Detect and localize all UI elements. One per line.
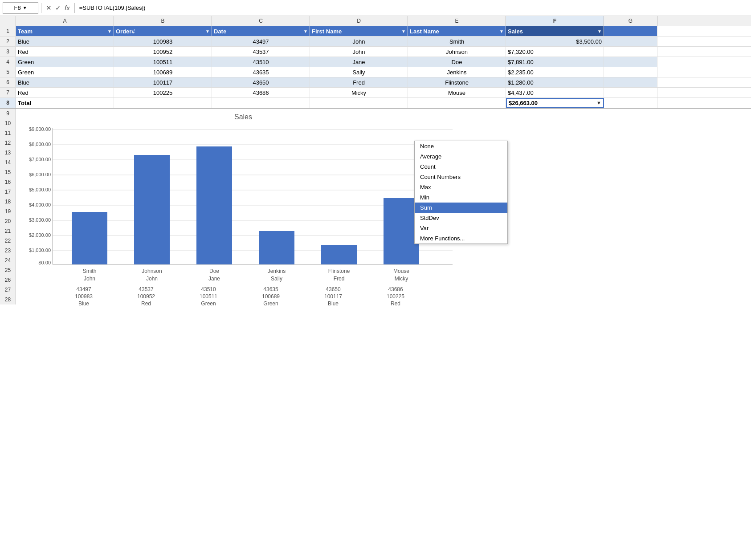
- cell-d4[interactable]: Jane: [310, 57, 408, 67]
- cell-d1[interactable]: First Name ▼: [310, 26, 408, 36]
- date-filter-icon[interactable]: ▼: [303, 29, 308, 34]
- cell-f4[interactable]: $7,891.00: [506, 57, 604, 67]
- chart-date-jenkins: 43635: [240, 286, 302, 292]
- cell-e5[interactable]: Jenkins: [408, 67, 506, 77]
- cell-e7[interactable]: Mouse: [408, 88, 506, 97]
- cell-c4[interactable]: 43510: [212, 57, 310, 67]
- row-num-1: 1: [0, 26, 16, 36]
- dropdown-item-average[interactable]: Average: [415, 151, 507, 162]
- row-num-15: 15: [0, 167, 16, 177]
- cell-e3[interactable]: Johnson: [408, 47, 506, 57]
- order-filter-icon[interactable]: ▼: [205, 29, 210, 34]
- cell-f8[interactable]: $26,663.00 ▼: [506, 98, 604, 108]
- col-header-a[interactable]: A: [16, 16, 114, 26]
- cell-a3[interactable]: Red: [16, 47, 114, 57]
- dropdown-item-sum[interactable]: Sum: [415, 203, 507, 213]
- cell-f5[interactable]: $2,235.00: [506, 67, 604, 77]
- cell-d3[interactable]: John: [310, 47, 408, 57]
- cell-e6[interactable]: Flinstone: [408, 77, 506, 87]
- cell-f3[interactable]: $7,320.00: [506, 47, 604, 57]
- total-label: Total: [18, 100, 31, 106]
- formula-bar-icons: ✕ ✓ fx: [44, 4, 72, 12]
- row-num-7: 7: [0, 88, 16, 97]
- cell-c7[interactable]: 43686: [212, 88, 310, 97]
- col-header-b[interactable]: B: [114, 16, 212, 26]
- cell-reference-box[interactable]: F8 ▼: [3, 2, 38, 14]
- bar-johnson: [134, 155, 170, 264]
- cell-b6[interactable]: 100117: [114, 77, 212, 87]
- chart-date-johnson: 43537: [115, 286, 177, 292]
- confirm-icon[interactable]: ✓: [55, 4, 61, 12]
- chart-team-mouse: Red: [364, 300, 427, 307]
- chart-order-jenkins: 100689: [240, 293, 302, 300]
- cell-e1[interactable]: Last Name ▼: [408, 26, 506, 36]
- cell-b5[interactable]: 100689: [114, 67, 212, 77]
- col-header-f[interactable]: F: [506, 16, 604, 26]
- cell-d2[interactable]: John: [310, 37, 408, 46]
- cell-f2[interactable]: $3,500.00: [506, 37, 604, 46]
- dropdown-item-min[interactable]: Min: [415, 192, 507, 203]
- svg-text:John: John: [84, 276, 95, 282]
- row-num-13: 13: [0, 148, 16, 158]
- cell-b3[interactable]: 100952: [114, 47, 212, 57]
- cell-a6[interactable]: Blue: [16, 77, 114, 87]
- cell-c3[interactable]: 43537: [212, 47, 310, 57]
- row-num-24: 24: [0, 256, 16, 265]
- svg-text:$6,000.00: $6,000.00: [29, 172, 51, 177]
- chart-title: Sales: [20, 113, 466, 121]
- cancel-icon[interactable]: ✕: [46, 4, 52, 12]
- formula-input[interactable]: [78, 2, 748, 14]
- row-num-20: 20: [0, 216, 16, 226]
- fx-icon[interactable]: fx: [65, 4, 70, 12]
- svg-text:$2,000.00: $2,000.00: [29, 232, 51, 238]
- team-filter-icon[interactable]: ▼: [107, 29, 112, 34]
- row-num-28: 28: [0, 295, 16, 304]
- cell-e2[interactable]: Smith: [408, 37, 506, 46]
- cell-a1[interactable]: Team ▼: [16, 26, 114, 36]
- dropdown-item-count-numbers[interactable]: Count Numbers: [415, 172, 507, 182]
- svg-text:Smith: Smith: [83, 268, 97, 274]
- cell-c2[interactable]: 43497: [212, 37, 310, 46]
- col-header-g[interactable]: G: [604, 16, 657, 26]
- cell-a2[interactable]: Blue: [16, 37, 114, 46]
- cell-a4[interactable]: Green: [16, 57, 114, 67]
- table-row: 6 Blue 100117 43650 Fred Flinstone $1,28…: [0, 77, 751, 88]
- dropdown-item-max[interactable]: Max: [415, 182, 507, 192]
- header-team-label: Team: [18, 28, 33, 35]
- total-row: 8 Total $26,663.00 ▼: [0, 98, 751, 109]
- cell-b7[interactable]: 100225: [114, 88, 212, 97]
- cell-e4[interactable]: Doe: [408, 57, 506, 67]
- table-row: 3 Red 100952 43537 John Johnson $7,320.0…: [0, 47, 751, 57]
- dropdown-item-stddev[interactable]: StdDev: [415, 213, 507, 223]
- chart-order-doe: 100511: [177, 293, 240, 300]
- cell-b4[interactable]: 100511: [114, 57, 212, 67]
- firstname-filter-icon[interactable]: ▼: [401, 29, 406, 34]
- cell-f6[interactable]: $1,280.00: [506, 77, 604, 87]
- cell-a8[interactable]: Total: [16, 98, 114, 108]
- col-header-e[interactable]: E: [408, 16, 506, 26]
- sales-filter-icon[interactable]: ▼: [597, 29, 602, 34]
- dropdown-item-none[interactable]: None: [415, 141, 507, 151]
- cell-d6[interactable]: Fred: [310, 77, 408, 87]
- cell-c6[interactable]: 43650: [212, 77, 310, 87]
- cell-f7[interactable]: $4,437.00: [506, 88, 604, 97]
- bar-smith: [72, 212, 107, 264]
- col-header-c[interactable]: C: [212, 16, 310, 26]
- chart-order-johnson: 100952: [115, 293, 177, 300]
- cell-a5[interactable]: Green: [16, 67, 114, 77]
- col-header-d[interactable]: D: [310, 16, 408, 26]
- dropdown-item-count[interactable]: Count: [415, 162, 507, 172]
- lastname-filter-icon[interactable]: ▼: [499, 29, 504, 34]
- cell-a7[interactable]: Red: [16, 88, 114, 97]
- cell-d7[interactable]: Micky: [310, 88, 408, 97]
- dropdown-item-var[interactable]: Var: [415, 223, 507, 233]
- cell-f1[interactable]: Sales ▼: [506, 26, 604, 36]
- cell-b1[interactable]: Order# ▼: [114, 26, 212, 36]
- cell-c5[interactable]: 43635: [212, 67, 310, 77]
- cell-d5[interactable]: Sally: [310, 67, 408, 77]
- chart-team-doe: Green: [177, 300, 240, 307]
- total-dropdown-arrow[interactable]: ▼: [596, 100, 601, 106]
- cell-b2[interactable]: 100983: [114, 37, 212, 46]
- dropdown-item-more-functions[interactable]: More Functions...: [415, 233, 507, 243]
- cell-c1[interactable]: Date ▼: [212, 26, 310, 36]
